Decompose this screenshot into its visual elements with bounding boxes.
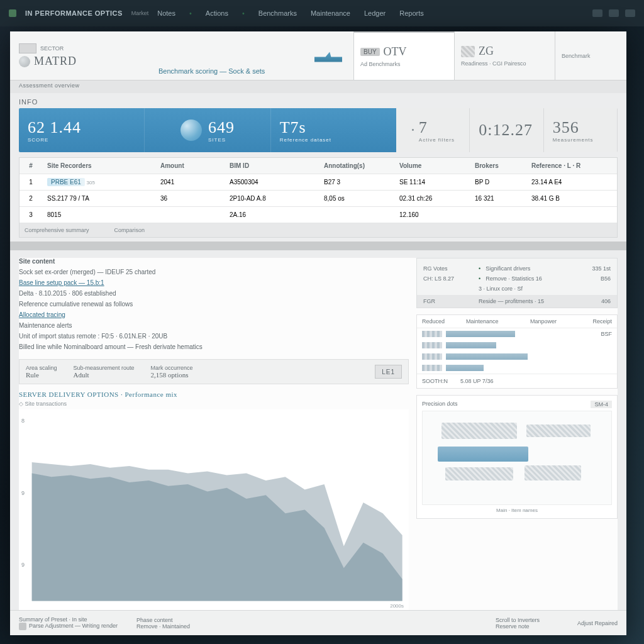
sidecontent-heading: Site content — [19, 258, 409, 265]
strip-kv: Mark occurrence2,158 options — [151, 365, 193, 379]
line-link[interactable]: Allocated tracing — [19, 311, 409, 318]
table-row[interactable]: 1 PRBE E61 305 2041 A3500304 B27 3 SE 11… — [19, 174, 617, 191]
cell-anno: B27 3 — [319, 174, 394, 190]
cat-row[interactable]: BSF — [417, 328, 617, 340]
table-row[interactable]: 2 SS.217 79 / TA 36 2P10-AD A.8 8,05 os … — [19, 191, 617, 207]
cell-vol: 02.31 ch:26 — [394, 191, 470, 206]
chart-card: SERVER DELIVERY OPTIONS · Performance mi… — [19, 391, 409, 610]
th-vol[interactable]: Volume — [394, 158, 470, 174]
swatch-icon — [422, 342, 442, 348]
cell-amt: 36 — [155, 191, 225, 206]
metric-timer: 0:12.27 — [470, 108, 543, 152]
cat-row[interactable] — [417, 362, 617, 374]
panel-k: FGR — [423, 298, 474, 304]
panel-n: 406 — [579, 298, 611, 304]
brand-chip-icon — [19, 43, 36, 53]
metrics-band: 62 1.44 SCORE 649 SITES T7s Reference da… — [19, 108, 618, 152]
table-footer-left: Comprehensive summary — [25, 227, 89, 233]
metric-sites: 649 SITES — [145, 108, 270, 152]
strip-kv: Area scalingRule — [26, 365, 57, 379]
app-title: IN PERFORMANCE OPTICS — [25, 9, 123, 17]
th-anno[interactable]: Annotating(s) — [319, 158, 394, 174]
table-footer: Comprehensive summary Comparison — [19, 223, 617, 237]
cell-bim: 2P10-AD A.8 — [225, 191, 319, 206]
swatch-icon — [422, 331, 442, 337]
nav-actions[interactable]: Actions — [206, 9, 228, 17]
swatch-icon — [422, 365, 442, 371]
brand-block: SECTOR MATRD — [19, 43, 77, 68]
cell-site: 8015 — [42, 207, 155, 223]
panel-v: Remove · Statistics 16 — [486, 275, 574, 282]
th-idx[interactable]: # — [19, 158, 42, 174]
footer-m2[interactable]: Remove · Maintained — [136, 623, 190, 630]
appbar-right-icons — [592, 9, 635, 17]
cell-amt — [155, 207, 225, 223]
cell-bim: A3500304 — [225, 174, 319, 190]
panel-n: B56 — [579, 275, 611, 282]
tool-icon-2[interactable] — [609, 9, 619, 17]
nav-benchmarks[interactable]: Benchmarks — [258, 9, 297, 17]
th-brk[interactable]: Brokers — [470, 158, 526, 174]
strip-button[interactable]: LE1 — [375, 365, 402, 379]
metrics-label: INFO — [10, 93, 626, 108]
line-link[interactable]: Base line setup pack — 15.b:1 — [19, 279, 409, 286]
patch-icon — [438, 447, 528, 462]
panel-v: 3 · Linux core · Sf — [479, 286, 611, 292]
mini-header: Precision dots SM-4 — [422, 401, 612, 408]
cat-h: Maintenance — [466, 318, 530, 325]
panel-v: Reside — profitments · 15 — [479, 298, 574, 304]
mini-plot[interactable] — [422, 411, 612, 505]
footer-r2[interactable]: Reserve note — [496, 623, 540, 630]
tabcard-1[interactable]: ZG Readiness · CGI Pairesco — [454, 31, 555, 80]
th-bim[interactable]: BIM ID — [225, 158, 319, 174]
cell-site: PRBE E61 305 — [42, 174, 155, 190]
ytick: 8 — [21, 418, 25, 424]
body-columns: Site content Sock set ex-order (merged) … — [19, 258, 618, 610]
nav-maintenance[interactable]: Maintenance — [311, 9, 350, 17]
cat-header: Reduced Maintenance Manpower Receipt — [417, 315, 617, 328]
tool-icon-1[interactable] — [592, 9, 602, 17]
area-chart[interactable]: 8 9 9 2000s — [19, 409, 409, 610]
cell-anno — [319, 207, 394, 223]
cell-site-badge: 305 — [87, 180, 95, 186]
th-site[interactable]: Site Recorders — [42, 158, 155, 174]
footer-m1: Phase content — [136, 617, 190, 623]
strip-v: Rule — [26, 371, 57, 379]
panel-k: RG Votes — [423, 265, 474, 272]
tabcard-2[interactable]: Benchmark — [555, 31, 618, 80]
app-logo-icon — [9, 9, 16, 17]
cell-vol: SE 11:14 — [394, 174, 470, 190]
tabcard-0-pill: BUY — [360, 48, 380, 56]
th-ref[interactable]: Reference · L · R — [526, 158, 617, 174]
footer-l2[interactable]: Parse Adjustment — Writing render — [29, 623, 118, 629]
right-column: RG Votes•Significant drivers335 1st CH: … — [416, 258, 618, 610]
swatch-icon — [422, 353, 442, 360]
line-item: Sock set ex-order (merged) — IDEUF 25 ch… — [19, 269, 409, 275]
patch-icon — [445, 467, 513, 480]
cat-sum-k: SOOTH:N — [422, 378, 448, 384]
nav-reports[interactable]: Reports — [399, 9, 424, 17]
cat-sum-v: 5.08 UP 7/36 — [460, 378, 493, 384]
cat-bar — [446, 353, 528, 360]
cat-row[interactable] — [417, 340, 617, 351]
tabcard-1-big: ZG — [479, 45, 494, 58]
tabcard-0[interactable]: BUYOTV Ad Benchmarks — [353, 31, 454, 80]
divider — [10, 242, 626, 250]
metric-score: 62 1.44 SCORE — [19, 108, 145, 152]
cat-row[interactable] — [417, 351, 617, 362]
footer-far[interactable]: Adjust Repaired — [577, 620, 618, 626]
panel-n: 335 1st — [579, 265, 611, 272]
left-column: Site content Sock set ex-order (merged) … — [19, 258, 409, 610]
th-amt[interactable]: Amount — [155, 158, 225, 174]
cat-summary: SOOTH:N 5.08 UP 7/36 — [417, 374, 617, 388]
metric-meas-label: Measurements — [553, 137, 608, 143]
nav-ledger[interactable]: Ledger — [364, 9, 386, 17]
metric-score-label: SCORE — [28, 137, 135, 143]
tool-icon-3[interactable] — [625, 9, 635, 17]
nav-notes[interactable]: Notes — [157, 9, 175, 17]
strip-k: Mark occurrence — [151, 365, 193, 371]
ytick: 9 — [21, 562, 25, 568]
cat-h: Receipt — [574, 318, 612, 325]
panel-row: CH: LS 8.27•Remove · Statistics 16B56 — [423, 274, 611, 284]
table-row[interactable]: 3 8015 2A.16 12.160 — [19, 207, 617, 223]
